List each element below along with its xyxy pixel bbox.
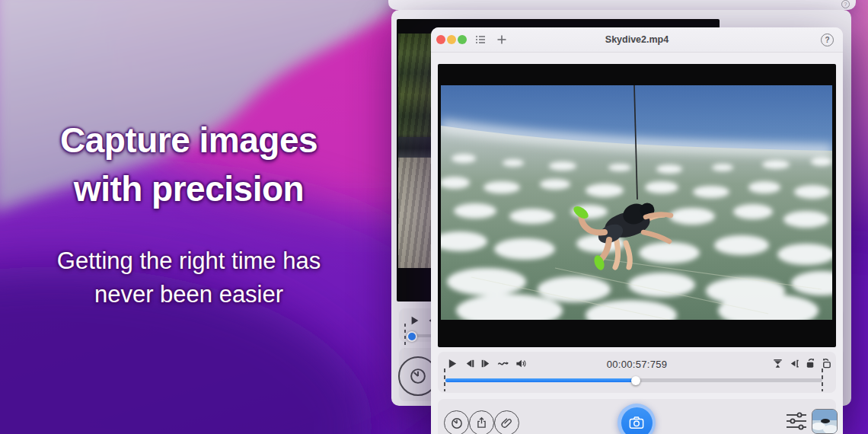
hero-copy: Capture images with precision Getting th… — [0, 116, 378, 311]
capture-toolbar — [438, 399, 836, 434]
hero-subtitle: Getting the right time has never been ea… — [0, 244, 378, 311]
hourglass-batch-icon[interactable] — [772, 358, 783, 369]
last-capture-thumbnail[interactable] — [812, 409, 838, 434]
help-button[interactable]: ? — [821, 34, 834, 46]
capture-button-core — [621, 407, 653, 434]
rear-help-icon: ? — [841, 0, 850, 8]
capture-button[interactable] — [617, 404, 656, 434]
hero-subtitle-line2: never been easier — [0, 278, 378, 311]
trim-in-icon[interactable] — [789, 358, 800, 369]
progress-track[interactable] — [445, 378, 822, 382]
adjustments-icon[interactable] — [785, 411, 808, 431]
skydive-scene — [441, 85, 832, 320]
attach-button[interactable] — [494, 410, 519, 434]
playback-panel: 00:00:57:759 — [438, 352, 836, 393]
middle-progress-knob[interactable] — [407, 331, 417, 342]
timer-button[interactable] — [444, 410, 469, 434]
hero-title: Capture images with precision — [0, 116, 378, 214]
paperclip-icon — [500, 416, 513, 429]
front-titlebar[interactable]: Skydive2.mp4 ? — [431, 27, 843, 53]
video-area — [438, 64, 836, 347]
rotate-left-icon[interactable] — [805, 358, 816, 369]
hero-title-line2: with precision — [0, 164, 378, 213]
thumbnail-image — [812, 410, 837, 433]
timer-icon — [408, 366, 428, 386]
progress-knob[interactable] — [631, 376, 640, 385]
rear-window: ? — [388, 0, 856, 10]
front-window: Skydive2.mp4 ? — [431, 27, 843, 434]
hero-title-line1: Capture images — [0, 116, 378, 164]
middle-trim-marker[interactable] — [404, 324, 406, 349]
hero-subtitle-line1: Getting the right time has — [0, 244, 378, 278]
timer-icon — [450, 416, 464, 430]
video-frame-skydive — [441, 85, 832, 320]
share-button[interactable] — [469, 410, 494, 434]
share-icon — [475, 416, 488, 429]
rotate-right-icon[interactable] — [821, 358, 832, 369]
progress-fill — [445, 378, 636, 382]
camera-icon — [628, 415, 645, 430]
play-icon[interactable] — [410, 315, 420, 326]
window-title: Skydive2.mp4 — [431, 34, 843, 45]
